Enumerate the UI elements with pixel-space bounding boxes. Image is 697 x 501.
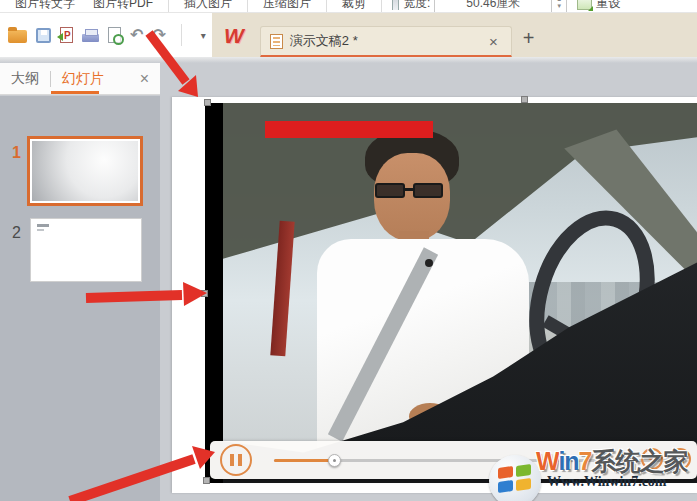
slide-2-text-placeholder — [37, 224, 49, 227]
width-label: 宽度: — [403, 0, 430, 12]
embedded-video-object[interactable] — [205, 103, 697, 483]
reset-size-icon — [577, 0, 592, 10]
new-tab-button[interactable]: + — [523, 27, 535, 50]
tab-slides[interactable]: 幻灯片 — [62, 70, 104, 88]
tab-close-icon[interactable]: × — [485, 33, 502, 50]
width-spinner[interactable]: ▲ ▼ — [552, 0, 567, 13]
export-pdf-icon[interactable] — [60, 27, 73, 43]
reset-size-button[interactable]: 重设 — [596, 0, 620, 12]
width-ruler-icon — [392, 0, 399, 10]
selection-handle-bottom-left[interactable] — [203, 477, 210, 484]
watermark-7: 7 — [579, 447, 592, 475]
separator — [168, 0, 169, 13]
windows-logo-icon — [489, 455, 541, 501]
redo-icon[interactable]: ↷ — [152, 27, 165, 43]
toolbar-more-dropdown-icon[interactable]: ▾ — [201, 30, 206, 41]
print-preview-icon[interactable] — [108, 27, 121, 43]
slide-1-thumbnail[interactable] — [27, 136, 143, 206]
win7-watermark: Win7系统之家 Www.Winwin7.com — [489, 443, 697, 501]
document-tab-bar: W 演示文稿2 * × + — [212, 13, 697, 57]
progress-fill — [274, 459, 335, 462]
ribbon-item-compress-image[interactable]: 压缩图片 — [254, 0, 320, 12]
slide-2-text-placeholder — [37, 229, 44, 231]
panel-close-icon[interactable]: × — [140, 70, 149, 88]
progress-knob[interactable] — [328, 454, 341, 467]
slide-thumbnail-list: 1 2 — [0, 96, 160, 501]
tab-presentation2[interactable]: 演示文稿2 * × — [260, 26, 512, 57]
video-frame — [223, 103, 697, 483]
watermark-url: Www.Winwin7.com — [547, 474, 667, 490]
slide-1-number: 1 — [12, 144, 21, 162]
separator — [381, 0, 382, 13]
quick-access-toolbar: ↶ ↷ ▾ — [0, 13, 212, 57]
open-folder-icon[interactable] — [8, 30, 27, 43]
pause-button[interactable] — [220, 444, 252, 476]
watermark-in: in — [558, 447, 578, 475]
selection-handle-top-center[interactable] — [521, 96, 528, 103]
separator — [326, 0, 327, 13]
ribbon-item-insert-image[interactable]: 插入图片 — [175, 0, 241, 12]
slides-panel: 大纲 幻灯片 × 1 2 — [0, 63, 160, 501]
separator — [50, 71, 51, 87]
width-input[interactable]: 50.46厘米 — [434, 0, 552, 13]
save-icon[interactable] — [36, 28, 51, 43]
undo-icon[interactable]: ↶ — [130, 27, 143, 43]
ribbon-row: 图片转文字 图片转PDF 插入图片 压缩图片 裁剪 宽度: 50.46厘米 ▲ … — [0, 0, 697, 13]
print-icon[interactable] — [82, 34, 99, 42]
active-tab-underline — [51, 91, 99, 94]
ribbon-item-crop[interactable]: 裁剪 — [333, 0, 375, 12]
slide-1-preview — [32, 141, 138, 201]
redacted-banner — [265, 121, 433, 138]
tab-outline[interactable]: 大纲 — [11, 70, 39, 88]
presentation-doc-icon — [270, 34, 283, 49]
watermark-brand: 系统之家 — [592, 447, 688, 475]
watermark-w: W — [536, 447, 558, 475]
slide-2-number: 2 — [12, 224, 21, 242]
ribbon-item-image-to-pdf[interactable]: 图片转PDF — [84, 0, 162, 12]
slides-panel-header: 大纲 幻灯片 × — [0, 63, 160, 95]
spinner-down-icon[interactable]: ▼ — [556, 3, 562, 10]
ribbon-item-image-to-text[interactable]: 图片转文字 — [6, 0, 84, 12]
wps-logo-icon[interactable]: W — [224, 24, 244, 48]
selection-handle-top-left[interactable] — [204, 99, 211, 106]
separator — [181, 24, 182, 46]
separator — [247, 0, 248, 13]
tab-title: 演示文稿2 * — [290, 32, 485, 50]
selection-handle-middle-left[interactable] — [201, 290, 208, 297]
slide-2-thumbnail[interactable] — [30, 218, 142, 282]
